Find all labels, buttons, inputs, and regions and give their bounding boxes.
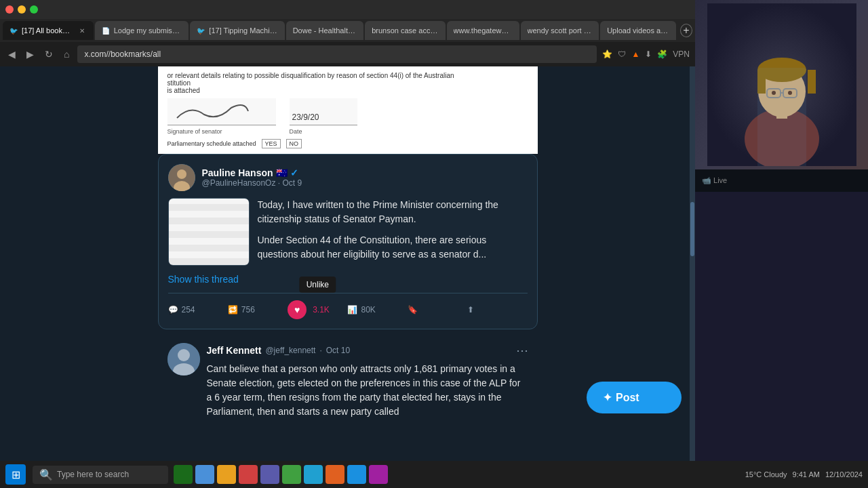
address-input[interactable] bbox=[77, 45, 597, 63]
post-label: Post bbox=[616, 392, 639, 404]
tweet-content: Today, I have written to the Prime Minis… bbox=[168, 198, 528, 268]
pauline-body-text2: Under Section 44 of the Constitution, th… bbox=[258, 233, 528, 262]
taskbar-search-text: Type here to search bbox=[57, 470, 129, 479]
reply-count: 254 bbox=[182, 305, 195, 314]
jeff-more-button[interactable]: ⋯ bbox=[516, 343, 528, 358]
webcam-panel: 📹 Live bbox=[695, 0, 868, 461]
date-display: 12/10/2024 bbox=[825, 470, 863, 479]
taskbar-app-5[interactable] bbox=[260, 465, 279, 484]
tab-bookmarks[interactable]: 🐦 [17] All bookmarks ✕ bbox=[3, 21, 94, 40]
document-signature-row: Signature of senator 23/9/20 Date bbox=[167, 98, 528, 135]
like-count: 3.1K bbox=[313, 305, 330, 314]
taskbar-app-7[interactable] bbox=[304, 465, 323, 484]
date-block: 23/9/20 Date bbox=[290, 98, 357, 135]
tweet-actions: 💬 254 🔁 756 ♥ 3.1K Unlike bbox=[168, 293, 528, 319]
no-checkbox: NO bbox=[286, 139, 302, 148]
views-icon: 📊 bbox=[347, 305, 357, 314]
post-button[interactable]: ✦ Post bbox=[587, 382, 682, 413]
document-snippet: or relevant details relating to possible… bbox=[158, 66, 538, 154]
doc-text-2: stitution bbox=[167, 79, 528, 87]
taskbar: ⊞ 🔍 Type here to search 15°C Cloudy 9:41… bbox=[0, 461, 868, 488]
pauline-avatar bbox=[168, 164, 195, 191]
tab-wendy[interactable]: wendy scott port ath... bbox=[521, 21, 599, 40]
webcam-feed bbox=[695, 0, 868, 169]
webcam-label: 📹 Live bbox=[702, 176, 861, 185]
tab-close-button[interactable]: ✕ bbox=[77, 26, 87, 35]
tab-lodge[interactable]: 📄 Lodge my submission... bbox=[95, 21, 189, 40]
taskbar-system-tray: 15°C Cloudy 9:41 AM 12/10/2024 bbox=[745, 470, 863, 479]
tweet-header: Pauline Hanson 🇦🇺 ✓ @PaulineHansonOz · O… bbox=[168, 164, 528, 191]
retweet-icon: 🔁 bbox=[228, 305, 238, 314]
scroll-thumb[interactable] bbox=[690, 202, 694, 256]
svg-point-1 bbox=[177, 169, 186, 179]
pauline-handle: @PaulineHansonOz · Oct 9 bbox=[202, 178, 528, 188]
browser-window: 🐦 [17] All bookmarks ✕ 📄 Lodge my submis… bbox=[0, 0, 695, 461]
date-value: 23/9/20 bbox=[290, 98, 357, 125]
forward-button[interactable]: ▶ bbox=[24, 47, 37, 61]
taskbar-app-3[interactable] bbox=[217, 465, 236, 484]
share-action[interactable]: ⬆ bbox=[467, 305, 527, 314]
tab-gateway[interactable]: www.thegatewayp... bbox=[447, 21, 519, 40]
webcam-info: 📹 Live bbox=[695, 169, 868, 192]
pauline-hanson-tweet: Pauline Hanson 🇦🇺 ✓ @PaulineHansonOz · O… bbox=[158, 154, 538, 329]
like-button[interactable]: ♥ bbox=[288, 300, 307, 319]
start-button[interactable]: ⊞ bbox=[5, 464, 26, 485]
tab-upload[interactable]: Upload videos at th... bbox=[600, 21, 676, 40]
jeff-kennett-tweet: Jeff Kennett @jeff_kennett · Oct 10 ⋯ Ca… bbox=[158, 335, 538, 426]
address-bar: ◀ ▶ ↻ ⌂ ⭐ 🛡 ▲ ⬇ 🧩 VPN bbox=[0, 42, 695, 66]
signature-image bbox=[167, 98, 276, 125]
reply-icon: 💬 bbox=[168, 305, 178, 314]
taskbar-search[interactable]: 🔍 Type here to search bbox=[33, 466, 168, 484]
views-action[interactable]: 📊 80K bbox=[347, 305, 407, 314]
show-thread-link[interactable]: Show this thread bbox=[168, 268, 528, 285]
weather-info: 15°C Cloudy bbox=[745, 470, 787, 479]
warning-icon[interactable]: ▲ bbox=[631, 49, 639, 59]
home-button[interactable]: ⌂ bbox=[61, 47, 72, 61]
bookmark-action[interactable]: 🔖 bbox=[408, 305, 467, 314]
heart-icon: ♥ bbox=[294, 304, 300, 315]
start-button-area: ⊞ bbox=[5, 464, 26, 485]
doc-text-1: or relevant details relating to possible… bbox=[167, 72, 528, 79]
time-display: 9:41 AM bbox=[793, 470, 820, 479]
taskbar-app-1[interactable] bbox=[174, 465, 193, 484]
refresh-button[interactable]: ↻ bbox=[42, 47, 56, 61]
taskbar-app-8[interactable] bbox=[326, 465, 344, 484]
post-icon: ✦ bbox=[603, 391, 612, 404]
verified-icon: ✓ bbox=[290, 167, 298, 178]
tab-tipping[interactable]: 🐦 [17] Tipping Machines... bbox=[190, 21, 284, 40]
download-icon[interactable]: ⬇ bbox=[645, 49, 652, 59]
signature-label: Signature of senator bbox=[167, 128, 276, 135]
taskbar-app-2[interactable] bbox=[195, 465, 214, 484]
taskbar-app-9[interactable] bbox=[347, 465, 366, 484]
jeff-tweet-header: Jeff Kennett @jeff_kennett · Oct 10 ⋯ bbox=[207, 343, 528, 358]
vpn-label[interactable]: VPN bbox=[673, 49, 690, 59]
taskbar-app-4[interactable] bbox=[239, 465, 258, 484]
reply-action[interactable]: 💬 254 bbox=[168, 305, 228, 314]
tab-dowe[interactable]: Dowe - Healthaltern... bbox=[286, 21, 364, 40]
person-silhouette bbox=[707, 3, 856, 166]
browser-content: or relevant details relating to possible… bbox=[0, 66, 695, 461]
flag-emoji: 🇦🇺 bbox=[276, 167, 288, 178]
tab-brunson[interactable]: brunson case accept... bbox=[365, 21, 445, 40]
signature-block: Signature of senator bbox=[167, 98, 276, 135]
like-action[interactable]: ♥ 3.1K Unlike bbox=[288, 300, 347, 319]
svg-rect-17 bbox=[808, 70, 816, 94]
scroll-bar[interactable] bbox=[690, 66, 695, 461]
taskbar-app-10[interactable] bbox=[369, 465, 388, 484]
taskbar-apps bbox=[174, 465, 388, 484]
retweet-action[interactable]: 🔁 756 bbox=[228, 305, 288, 314]
extensions-icon[interactable]: 🧩 bbox=[657, 49, 667, 59]
feed-container[interactable]: or relevant details relating to possible… bbox=[0, 66, 695, 426]
date-label: Date bbox=[290, 128, 357, 135]
tweet-text: Today, I have written to the Prime Minis… bbox=[258, 198, 528, 268]
jeff-name: Jeff Kennett bbox=[207, 345, 262, 356]
back-button[interactable]: ◀ bbox=[5, 47, 18, 61]
taskbar-app-6[interactable] bbox=[282, 465, 301, 484]
browser-tabs: 🐦 [17] All bookmarks ✕ 📄 Lodge my submis… bbox=[0, 19, 695, 42]
bookmark-icon[interactable]: ⭐ bbox=[602, 49, 612, 59]
tweet-author-info: Pauline Hanson 🇦🇺 ✓ @PaulineHansonOz · O… bbox=[202, 167, 528, 188]
attachment-text: Parliamentary schedule attached bbox=[167, 140, 256, 147]
new-tab-button[interactable]: + bbox=[680, 24, 692, 37]
shield-icon[interactable]: 🛡 bbox=[618, 49, 626, 59]
attachment-row: Parliamentary schedule attached YES NO bbox=[167, 139, 528, 148]
